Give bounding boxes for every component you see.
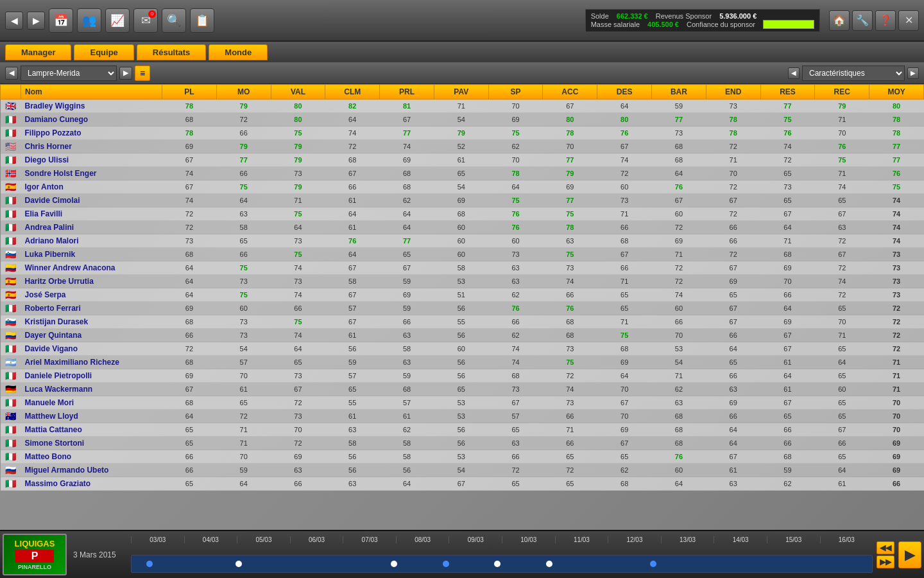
table-row[interactable]: 🇮🇹Roberto Ferrari69606657595676766560676… (1, 302, 924, 315)
rider-stat: 58 (380, 450, 434, 464)
col-pl[interactable]: PL (162, 85, 217, 100)
rider-stat: 66 (706, 329, 760, 342)
col-acc[interactable]: ACC (543, 85, 597, 100)
table-row[interactable]: 🇷🇺Miguel Armando Ubeto665963565654727262… (1, 464, 924, 477)
timeline-track[interactable] (131, 555, 873, 573)
team-dropdown[interactable]: Lampre-Merida (21, 66, 117, 81)
search-icon[interactable]: 🔍 (162, 8, 186, 33)
rider-stat: 68 (380, 180, 434, 194)
table-row[interactable]: 🇬🇧Bradley Wiggins78798082817170676459737… (1, 100, 924, 113)
table-row[interactable]: 🇮🇹Damiano Cunego687280646754698080777875… (1, 113, 924, 127)
team-prev-button[interactable]: ◀ (5, 67, 18, 80)
rider-stat: 71 (652, 369, 706, 383)
table-row[interactable]: 🇪🇸José Serpa6475746769516266657465667273 (1, 288, 924, 302)
close-button[interactable]: ✕ (898, 10, 919, 31)
rider-stat: 67 (380, 113, 434, 127)
col-rec[interactable]: REC (815, 85, 869, 100)
table-row[interactable]: 🇨🇴Winner Andrew Anacona64757467675863736… (1, 261, 924, 275)
table-row[interactable]: 🇮🇹Massimo Graziato6564666364676565686463… (1, 477, 924, 491)
col-end[interactable]: END (706, 85, 760, 100)
calendar-icon[interactable]: 📅 (49, 8, 73, 33)
riders-table-container[interactable]: Nom PL MO VAL CLM PRL PAV SP ACC DES BAR… (0, 84, 924, 530)
table-row[interactable]: 🇮🇹Diego Ulissi67777968696170777468717275… (1, 153, 924, 167)
team-filter-button[interactable]: ≡ (135, 66, 150, 81)
rider-name: Adriano Malori (21, 234, 162, 248)
table-row[interactable]: 🇦🇺Matthew Lloyd6472736161535766706866656… (1, 410, 924, 423)
tab-monde[interactable]: Monde (209, 44, 268, 60)
view-next-button[interactable]: ▶ (907, 67, 919, 79)
rider-stat: 62 (380, 194, 434, 207)
table-row[interactable]: 🇪🇸Igor Anton6775796668546469607672737475 (1, 180, 924, 194)
table-row[interactable]: 🇪🇸Haritz Orbe Urrutia6473735859536374717… (1, 275, 924, 288)
clipboard-icon[interactable]: 📋 (190, 8, 214, 33)
col-prl[interactable]: PRL (380, 85, 434, 100)
view-dropdown[interactable]: Caractéristiques (802, 66, 905, 81)
table-row[interactable]: 🇺🇸Chris Horner69797972745262706768727476… (1, 140, 924, 153)
rider-stat: 79 (271, 153, 325, 167)
rider-stat: 73 (271, 275, 325, 288)
rider-name: Davide Vigano (21, 342, 162, 356)
table-row[interactable]: 🇮🇹Mattia Cattaneo65717063625665716968646… (1, 423, 924, 437)
rider-stat: 64 (815, 464, 869, 477)
tab-equipe[interactable]: Equipe (74, 44, 133, 60)
rider-stat: 73 (271, 369, 325, 383)
table-row[interactable]: 🇮🇹Manuele Mori68657255575367736763696765… (1, 396, 924, 410)
rider-stat: 67 (815, 423, 869, 437)
team-icon[interactable]: 👥 (77, 8, 101, 33)
table-row[interactable]: 🇮🇹Matteo Bono667069565853666565766768656… (1, 450, 924, 464)
rider-stat: 78 (543, 221, 597, 234)
table-row[interactable]: 🇮🇹Filippo Pozzato78667574777975787673787… (1, 127, 924, 140)
col-nom[interactable]: Nom (21, 85, 162, 100)
table-row[interactable]: 🇩🇪Luca Wackermann67616765686573747062636… (1, 383, 924, 396)
table-row[interactable]: 🇸🇮Kristijan Durasek687375676655666871666… (1, 315, 924, 329)
table-row[interactable]: 🇮🇹Davide Vigano7254645658607473685364676… (1, 342, 924, 356)
stats-icon[interactable]: 📈 (105, 8, 130, 33)
col-bar[interactable]: BAR (652, 85, 706, 100)
table-row[interactable]: 🇮🇹Andrea Palini7258646164607678667266646… (1, 221, 924, 234)
rider-stat: 77 (869, 153, 924, 167)
nav-fwd-button[interactable]: ▶ (27, 12, 45, 30)
table-row[interactable]: 🇮🇹Davide Cimolai746471616269757773676765… (1, 194, 924, 207)
tab-manager[interactable]: Manager (5, 44, 71, 60)
col-sp[interactable]: SP (488, 85, 543, 100)
table-row[interactable]: 🇮🇹Daniele Pietropolli6970735759566872647… (1, 369, 924, 383)
rider-stat: 65 (434, 383, 488, 396)
col-val[interactable]: VAL (271, 85, 325, 100)
tab-resultats[interactable]: Résultats (137, 44, 207, 60)
help-button[interactable]: ❓ (875, 10, 896, 31)
rider-stat: 73 (271, 410, 325, 423)
col-res[interactable]: RES (760, 85, 815, 100)
table-row[interactable]: 🇨🇴Dayer Quintana667374616356626875706667… (1, 329, 924, 342)
col-mo[interactable]: MO (216, 85, 271, 100)
rider-stat: 67 (543, 100, 597, 113)
table-row[interactable]: 🇮🇹Adriano Malori736573767760606368696671… (1, 234, 924, 248)
timeline-next-button[interactable]: ▶▶ (877, 556, 894, 568)
table-row[interactable]: 🇸🇮Luka Pibernik6866756465607375677172686… (1, 248, 924, 261)
rider-stat: 82 (325, 100, 380, 113)
rider-stat: 67 (706, 450, 760, 464)
table-row[interactable]: 🇳🇴Sondre Holst Enger74667367686578797264… (1, 167, 924, 180)
col-moy[interactable]: MOY (869, 85, 924, 100)
table-row[interactable]: 🇮🇹Elia Favilli72637564646876757160726767… (1, 207, 924, 221)
col-pav[interactable]: PAV (434, 85, 488, 100)
rider-stat: 60 (434, 221, 488, 234)
col-clm[interactable]: CLM (325, 85, 380, 100)
rider-stat: 61 (760, 356, 815, 369)
nav-back-button[interactable]: ◀ (5, 12, 23, 30)
rider-name: Luca Wackermann (21, 383, 162, 396)
rider-stat: 64 (760, 302, 815, 315)
rider-stat: 69 (652, 234, 706, 248)
play-button[interactable]: ▶ (898, 541, 921, 568)
rider-stat: 74 (760, 140, 815, 153)
view-prev-button[interactable]: ◀ (788, 67, 800, 79)
team-next-button[interactable]: ▶ (119, 67, 132, 80)
home-button[interactable]: 🏠 (829, 10, 850, 31)
mail-icon[interactable]: ✉ 0 (133, 8, 158, 33)
rider-stat: 64 (488, 180, 543, 194)
rider-stat: 74 (162, 194, 217, 207)
col-des[interactable]: DES (597, 85, 652, 100)
settings-button[interactable]: 🔧 (852, 10, 873, 31)
table-row[interactable]: 🇦🇷Ariel Maximiliano Richeze6857655963567… (1, 356, 924, 369)
timeline-prev-button[interactable]: ◀◀ (877, 541, 894, 554)
table-row[interactable]: 🇮🇹Simone Stortoni65717258585663666768646… (1, 437, 924, 450)
